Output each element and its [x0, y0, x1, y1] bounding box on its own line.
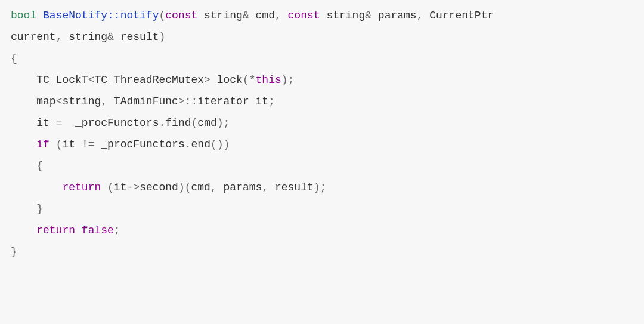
- code-line-11: {: [11, 155, 633, 177]
- space: [36, 10, 43, 21]
- amp: &: [107, 31, 114, 43]
- code-line-1: bool BaseNotify::notify(const string& cm…: [11, 5, 633, 26]
- comma: ,: [275, 10, 288, 21]
- space: [320, 10, 327, 21]
- comma: ,: [56, 31, 69, 43]
- member-second: second: [140, 181, 178, 193]
- brace-close: }: [11, 246, 17, 258]
- paren-close: ): [281, 74, 288, 86]
- keyword-return: return: [36, 224, 75, 236]
- dot: .: [185, 138, 191, 150]
- angle-open: <: [88, 74, 95, 86]
- comma: ,: [262, 181, 275, 193]
- star: *: [249, 74, 256, 86]
- var-it: it: [36, 117, 49, 129]
- arg-result: result: [275, 181, 314, 193]
- indent: [11, 117, 36, 129]
- amp: &: [243, 10, 249, 21]
- paren-close: ): [217, 117, 224, 129]
- indent: [11, 224, 36, 236]
- space: [75, 138, 82, 150]
- type-map: map: [36, 95, 55, 107]
- param-current: current: [11, 31, 56, 43]
- comma: ,: [210, 181, 224, 193]
- paren-open: (: [107, 181, 114, 193]
- indent: [11, 138, 36, 150]
- keyword-if: if: [36, 138, 49, 150]
- comma: ,: [101, 95, 114, 107]
- code-line-6: map<string, TAdminFunc>::iterator it;: [11, 91, 633, 112]
- keyword-false: false: [82, 224, 114, 236]
- paren-open: (: [185, 181, 191, 193]
- type-mutex: TC_ThreadRecMutex: [94, 74, 204, 86]
- method-end: end: [191, 138, 210, 150]
- paren-open: (: [159, 10, 165, 21]
- arg-cmd: cmd: [191, 181, 210, 193]
- keyword-const: const: [288, 10, 320, 21]
- keyword-const: const: [165, 10, 197, 21]
- paren-close: ): [224, 138, 230, 150]
- semicolon: ;: [224, 117, 230, 129]
- qualified-name: BaseNotify::notify: [43, 10, 159, 21]
- brace-open: {: [11, 53, 17, 64]
- indent: [11, 181, 62, 193]
- space: [249, 95, 256, 107]
- arrow: ->: [126, 181, 140, 193]
- paren-close: ): [217, 138, 224, 150]
- code-line-12: return (it->second)(cmd, params, result)…: [11, 177, 633, 198]
- arg-params: params: [224, 181, 262, 193]
- angle-open: <: [56, 95, 63, 107]
- param-cmd: cmd: [256, 10, 275, 21]
- type-tclockt: TC_LockT: [36, 74, 88, 86]
- semicolon: ;: [320, 181, 327, 193]
- paren-close: ): [159, 31, 165, 43]
- paren-open: (: [243, 74, 249, 86]
- space: [249, 10, 256, 21]
- type-string: string: [204, 10, 243, 21]
- type-tadminfunc: TAdminFunc: [114, 95, 178, 107]
- indent: [11, 203, 36, 215]
- paren-open: (: [191, 117, 198, 129]
- keyword-this: this: [256, 74, 281, 86]
- brace-close: }: [36, 203, 43, 215]
- brace-open: {: [36, 160, 43, 172]
- dot: .: [159, 117, 166, 129]
- space: [49, 117, 56, 129]
- type-string: string: [326, 10, 365, 21]
- indent: [11, 74, 36, 86]
- paren-close: ): [314, 181, 320, 193]
- keyword-bool: bool: [11, 10, 36, 21]
- paren-close: ): [178, 181, 185, 193]
- var-it: it: [62, 138, 75, 150]
- code-line-4: TC_LockT<TC_ThreadRecMutex> lock(*this);: [11, 69, 633, 91]
- paren-open: (: [210, 138, 217, 150]
- var-lock: lock: [217, 74, 243, 86]
- eq: =: [56, 117, 63, 129]
- space: [371, 10, 378, 21]
- code-line-13: }: [11, 198, 633, 220]
- code-block: bool BaseNotify::notify(const string& cm…: [0, 0, 644, 267]
- code-line-3: {: [11, 48, 633, 69]
- method-find: find: [165, 117, 191, 129]
- code-line-14: return false;: [11, 220, 633, 241]
- space: [114, 31, 120, 43]
- comma: ,: [417, 10, 430, 21]
- param-params: params: [378, 10, 417, 21]
- space: [210, 74, 217, 86]
- semicolon: ;: [114, 224, 120, 236]
- code-line-10: if (it != _procFunctors.end()): [11, 134, 633, 155]
- space: [197, 10, 204, 21]
- angle-close: >: [204, 74, 210, 86]
- paren-open: (: [56, 138, 63, 150]
- var-it: it: [256, 95, 269, 107]
- semicolon: ;: [288, 74, 295, 86]
- param-result: result: [120, 31, 159, 43]
- space: [62, 117, 75, 129]
- semicolon: ;: [268, 95, 275, 107]
- type-string: string: [62, 95, 101, 107]
- code-line-2: current, string& result): [11, 26, 633, 48]
- var-procfunctors: _procFunctors: [101, 138, 184, 150]
- var-procfunctors: _procFunctors: [75, 117, 159, 129]
- angle-close: >: [178, 95, 185, 107]
- code-line-8: it = _procFunctors.find(cmd);: [11, 112, 633, 134]
